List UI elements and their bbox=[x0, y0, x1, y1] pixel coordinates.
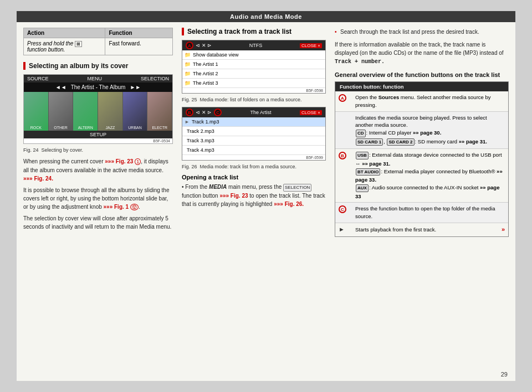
close-button-2[interactable]: CLOSE × bbox=[300, 110, 322, 115]
circle-c: C bbox=[339, 205, 346, 213]
page-header: Audio and Media Mode bbox=[17, 11, 515, 22]
usb-badge: USB bbox=[356, 152, 369, 159]
screen1: A ⊲ ✕ ⊳ NTFS CLOSE × 📁 Show database vie… bbox=[182, 40, 326, 94]
menu-label: MENU bbox=[88, 76, 103, 81]
artist-name: The Artist - The Album bbox=[71, 84, 126, 90]
function-button-table: Function button: function A Open the Sou… bbox=[335, 81, 509, 237]
album-thumb-2[interactable]: OTHER bbox=[49, 92, 74, 131]
fig26-caption: Fig. 26 Media mode: track list from a me… bbox=[182, 164, 326, 169]
overview-title: General overview of the function buttons… bbox=[335, 71, 509, 78]
album-thumb-3[interactable]: ALTERN bbox=[73, 92, 98, 131]
source-name-1: NTFS bbox=[249, 43, 263, 48]
sdcard2-badge: SD CARD 2 bbox=[387, 138, 414, 146]
corner-code-fig24: B5F-0534 bbox=[24, 138, 172, 143]
folder-icon: 📁 bbox=[185, 61, 191, 67]
action-function-table: Action Function Press and hold the ⊠ fun… bbox=[23, 28, 173, 55]
func-row-b: B USB: External data storage device conn… bbox=[335, 149, 508, 203]
fig24-caption: Fig. 24 Selecting by cover. bbox=[23, 147, 173, 153]
screen2-icons: ⊲ ✕ ⊳ bbox=[196, 110, 212, 115]
play-symbol: ► bbox=[339, 226, 345, 233]
middle-column: Selecting a track from a track list A ⊲ … bbox=[182, 28, 326, 375]
screen2-top-bar: B ⊲ ✕ ⊳ C The Artist CLOSE × bbox=[182, 107, 325, 117]
screen1-row-2[interactable]: 📁 The Artist 2 bbox=[182, 69, 325, 79]
btaudio-badge: BT AUDIO bbox=[356, 168, 380, 176]
album-screen: SOURCE MENU SELECTION ◄◄ The Artist - Th… bbox=[23, 74, 173, 144]
info-text: If there is information available on the… bbox=[335, 40, 509, 66]
screen2-row-3[interactable]: Track 4.mp3 bbox=[182, 146, 325, 155]
func-label-b: B bbox=[339, 151, 351, 159]
body-text-2: It is possible to browse through all the… bbox=[23, 186, 173, 212]
func-row-play: ► Starts playback from the first track. … bbox=[335, 223, 508, 236]
folder-icon: 📁 bbox=[185, 52, 191, 58]
album-thumb-6[interactable]: ELECTR bbox=[147, 92, 172, 131]
body-text-1: When pressing the current cover »»» Fig.… bbox=[23, 157, 173, 183]
screen1-icons: ⊲ ✕ ⊳ bbox=[196, 43, 212, 48]
corner-code-screen2: B5F-0599 bbox=[182, 155, 325, 160]
folder-icon: 📁 bbox=[185, 80, 191, 86]
sdcard1-badge: SD CARD 1 bbox=[356, 138, 383, 146]
func-row-c: C Press the function button to open the … bbox=[335, 203, 508, 223]
screen2-row-0[interactable]: ► Track 1.mp3 bbox=[182, 117, 325, 127]
table-row: Press and hold the ⊠ function button. Fa… bbox=[24, 38, 172, 55]
func-row-a: A Open the Sources menu. Select another … bbox=[335, 91, 508, 112]
func-desc-c: Press the function button to open the to… bbox=[355, 205, 505, 220]
album-thumb-4[interactable]: JAZZ bbox=[98, 92, 123, 131]
func-desc-indicator: Indicates the media source being played.… bbox=[355, 114, 505, 147]
func-label-a: A bbox=[339, 94, 351, 102]
source-name-2: The Artist bbox=[250, 110, 271, 115]
td-function: Fast forward. bbox=[105, 38, 172, 55]
arrow-right-icon: » bbox=[502, 225, 505, 234]
next-icon[interactable]: ►► bbox=[130, 84, 141, 90]
func-desc-b: USB: External data storage device connec… bbox=[355, 151, 505, 200]
aux-badge: AUX bbox=[356, 184, 369, 192]
td-action: Press and hold the ⊠ function button. bbox=[24, 38, 105, 55]
album-section-title: Selecting an album by its cover bbox=[23, 62, 173, 70]
albums-grid: ROCK OTHER ALTERN JAZZ URBAN ELECTR bbox=[24, 92, 172, 131]
func-table-header: Function button: function bbox=[335, 82, 508, 91]
right-column: Search through the track list and press … bbox=[335, 28, 509, 375]
th-function: Function bbox=[105, 28, 172, 38]
screen-top-bar: SOURCE MENU SELECTION bbox=[24, 75, 172, 82]
func-row-indicator: Indicates the media source being played.… bbox=[335, 112, 508, 149]
cd-badge: CD bbox=[356, 130, 366, 137]
source-label: SOURCE bbox=[27, 76, 49, 81]
func-desc-a: Open the Sources menu. Select another me… bbox=[355, 94, 505, 109]
prev-icon[interactable]: ◄◄ bbox=[55, 84, 66, 90]
screen1-top-bar: A ⊲ ✕ ⊳ NTFS CLOSE × bbox=[182, 40, 325, 50]
corner-code-screen1: B5F-0598 bbox=[182, 88, 325, 93]
circle-c-icon: C bbox=[214, 109, 222, 116]
album-thumb-1[interactable]: ROCK bbox=[24, 92, 49, 131]
track-section-title: Selecting a track from a track list bbox=[182, 28, 326, 35]
func-label-indicator bbox=[339, 114, 351, 115]
screen1-row-0[interactable]: 📁 Show database view bbox=[182, 50, 325, 60]
screen1-row-3[interactable]: 📁 The Artist 3 bbox=[182, 79, 325, 88]
screen2: B ⊲ ✕ ⊳ C The Artist CLOSE × ► Track 1.m… bbox=[182, 107, 326, 161]
func-desc-play: Starts playback from the first track. » bbox=[355, 225, 505, 234]
close-button-1[interactable]: CLOSE × bbox=[300, 43, 322, 48]
circle-b: B bbox=[339, 152, 346, 159]
album-thumb-5[interactable]: URBAN bbox=[123, 92, 148, 131]
screen2-row-1[interactable]: Track 2.mp3 bbox=[182, 127, 325, 136]
th-action: Action bbox=[24, 28, 105, 38]
table-header-row: Action Function bbox=[24, 28, 172, 38]
selection-badge: SELECTION bbox=[283, 184, 311, 192]
func-label-c: C bbox=[339, 205, 351, 213]
opening-text: • From the MEDIA main menu, press the SE… bbox=[182, 183, 326, 208]
screen2-row-2[interactable]: Track 3.mp3 bbox=[182, 136, 325, 146]
setup-bar: SETUP bbox=[24, 131, 172, 138]
play-icon: ► bbox=[185, 119, 190, 125]
page: Audio and Media Mode Action Function Pre… bbox=[17, 11, 515, 381]
circle-a-icon: A bbox=[186, 42, 193, 49]
folder-icon: 📁 bbox=[185, 71, 191, 76]
selection-label: SELECTION bbox=[141, 76, 169, 81]
fig25-caption: Fig. 25 Media mode: list of folders on a… bbox=[182, 97, 326, 102]
header-title: Audio and Media Mode bbox=[230, 13, 302, 20]
screen1-row-1[interactable]: 📁 The Artist 1 bbox=[182, 60, 325, 69]
artist-bar: ◄◄ The Artist - The Album ►► bbox=[24, 82, 172, 92]
circle-a: A bbox=[339, 94, 346, 102]
opening-title: Opening a track list bbox=[182, 174, 326, 180]
body-text-3: The selection by cover view will close a… bbox=[23, 214, 173, 231]
left-column: Action Function Press and hold the ⊠ fun… bbox=[23, 28, 173, 375]
bullet-search: Search through the track list and press … bbox=[335, 28, 509, 36]
circle-b-icon: B bbox=[186, 109, 193, 116]
